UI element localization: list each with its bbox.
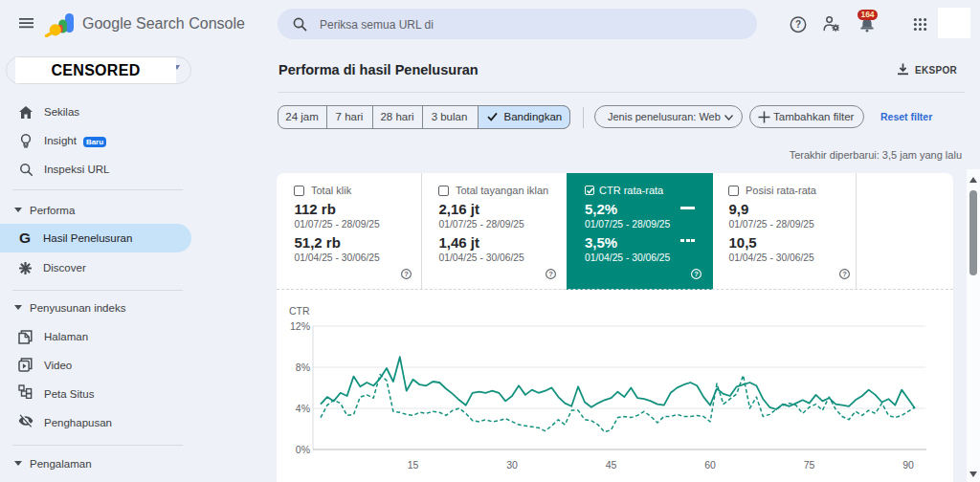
svg-text:CTR: CTR xyxy=(289,305,310,317)
svg-text:4%: 4% xyxy=(296,403,310,414)
svg-text:15: 15 xyxy=(408,459,419,471)
svg-text:90: 90 xyxy=(902,459,914,471)
svg-text:75: 75 xyxy=(804,459,815,471)
svg-text:30: 30 xyxy=(506,459,518,471)
svg-text:?: ? xyxy=(842,270,847,278)
svg-text:12%: 12% xyxy=(290,320,310,332)
svg-text:0%: 0% xyxy=(296,444,310,455)
svg-text:?: ? xyxy=(795,19,801,30)
svg-text:8%: 8% xyxy=(296,362,310,373)
svg-text:?: ? xyxy=(548,270,553,278)
svg-text:?: ? xyxy=(694,270,699,278)
svg-text:45: 45 xyxy=(606,459,617,471)
svg-text:60: 60 xyxy=(704,459,716,471)
svg-text:?: ? xyxy=(404,270,409,278)
